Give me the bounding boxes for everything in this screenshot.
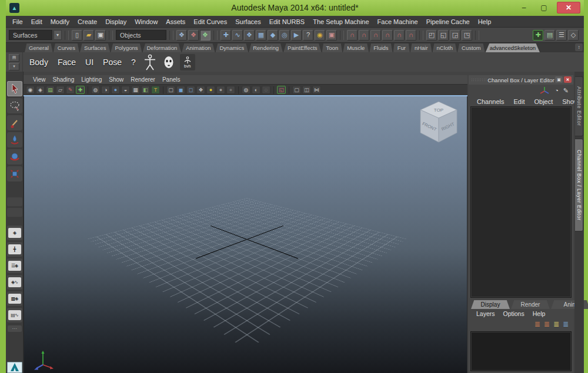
mask-deformations-icon[interactable]: ▦	[256, 30, 266, 41]
xray-mode-icon[interactable]: ◍	[242, 86, 250, 94]
shelf-tab-nhair[interactable]: nHair	[410, 43, 432, 52]
panel-menu-view[interactable]: View	[29, 76, 49, 83]
output-connections-icon[interactable]: ◱	[438, 30, 449, 41]
perspective-viewport[interactable]: TOP FRONT RIGHT	[24, 96, 467, 373]
mask-curves-icon[interactable]: ∿	[232, 30, 243, 41]
bookmark-icon[interactable]: ▤	[46, 86, 55, 94]
textured-mode-icon[interactable]: ●	[111, 86, 120, 94]
tool-settings-toggle-icon[interactable]: ☰	[556, 30, 567, 41]
menu-setup-machine[interactable]: The Setup Machine	[309, 18, 373, 25]
channel-box-toggle-icon[interactable]: ◇	[568, 30, 579, 41]
shelf-tab-custom[interactable]: Custom	[457, 43, 485, 52]
layout-more-button[interactable]: ⋯	[8, 325, 22, 332]
scale-tool[interactable]	[7, 166, 22, 182]
menu-create[interactable]: Create	[74, 18, 101, 25]
shelf-tab-deformation[interactable]: Deformation	[143, 43, 182, 52]
camera-select-icon[interactable]: ◉	[26, 86, 35, 94]
save-scene-icon[interactable]: ▣	[95, 30, 106, 41]
channel-box-list[interactable]	[470, 106, 572, 298]
subdivision-cube-icon[interactable]: ▢	[292, 86, 301, 94]
shelf-tab-curves[interactable]: Curves	[54, 43, 79, 52]
image-plane-icon[interactable]: ▱	[56, 86, 65, 94]
rotate-tool[interactable]	[7, 149, 22, 164]
motion-blur-icon[interactable]: ●	[226, 86, 235, 94]
statusline-separator[interactable]	[65, 31, 69, 40]
close-panel-icon[interactable]: ✕	[564, 76, 572, 83]
layout-hypershade-persp-button[interactable]: ▩◈	[7, 291, 22, 306]
make-live-icon[interactable]: ∩	[406, 30, 416, 41]
shelf-tab-animation[interactable]: Animation	[182, 43, 215, 52]
snap-point-icon[interactable]: ∩	[370, 30, 381, 41]
menu-edit-curves[interactable]: Edit Curves	[189, 18, 231, 25]
close-button[interactable]: ✕	[557, 2, 580, 14]
layout-single-persp-button[interactable]: ◈	[7, 226, 22, 240]
face-mask-icon[interactable]	[161, 54, 176, 70]
select-hierarchy-icon[interactable]: ❖	[176, 30, 187, 41]
shelf-button-pose[interactable]: Pose	[100, 58, 125, 67]
tpose-figure-icon[interactable]	[142, 54, 158, 70]
select-tool[interactable]	[7, 81, 22, 96]
shelf-tab-advancedskeleton[interactable]: advancedSkeleton	[486, 43, 540, 52]
menu-help[interactable]: Help	[474, 18, 496, 25]
new-empty-layer-icon[interactable]: ≣	[553, 320, 559, 328]
symmetry-icon[interactable]: ⋈	[312, 86, 321, 94]
layers-menu[interactable]: Layers	[472, 310, 499, 317]
menu-window[interactable]: Window	[131, 18, 162, 25]
layout-persp-curve-button[interactable]: ▤∿	[7, 308, 22, 322]
panel-menu-show[interactable]: Show	[105, 76, 127, 83]
manipulator-axes-icon[interactable]	[539, 86, 550, 95]
menu-file[interactable]: File	[8, 18, 27, 25]
statusline-separator[interactable]	[213, 31, 218, 40]
channels-menu[interactable]: Channels	[473, 98, 507, 105]
mask-misc-icon[interactable]: ▶	[291, 30, 302, 41]
layer-list[interactable]	[470, 331, 572, 371]
menuset-dropdown[interactable]: Surfaces	[9, 30, 52, 40]
statusline-separator[interactable]	[109, 31, 113, 40]
smooth-shade-icon[interactable]: ◑	[101, 86, 110, 94]
shelf-tab-ncloth[interactable]: nCloth	[433, 43, 457, 52]
uv-texture-editor-icon[interactable]: T	[151, 86, 160, 94]
menu-surfaces[interactable]: Surfaces	[231, 18, 265, 25]
move-layer-down-icon[interactable]: ≣	[544, 320, 550, 328]
no-lights-icon[interactable]: ▢	[166, 86, 175, 94]
layout-persp-graph-button[interactable]: ◈∿	[7, 275, 22, 290]
shelf-tab-fur[interactable]: Fur	[393, 43, 410, 52]
construction-history-icon[interactable]: ◳	[462, 30, 472, 41]
default-material-icon[interactable]: ◒	[121, 86, 130, 94]
help-menu[interactable]: Help	[529, 310, 550, 317]
layout-four-view-button[interactable]: ╋	[7, 242, 22, 257]
menu-edit[interactable]: Edit	[27, 18, 46, 25]
title-bar[interactable]: ▲ Autodesk Maya 2014 x64: untitled* – ▢ …	[6, 0, 584, 16]
shelf-tab-polygons[interactable]: Polygons	[111, 43, 142, 52]
menu-display[interactable]: Display	[101, 18, 131, 25]
channel-box-header[interactable]: Channel Box / Layer Editor ▣ ✕	[469, 75, 573, 85]
shelf-tab-surfaces[interactable]: Surfaces	[80, 43, 111, 52]
maximize-button[interactable]: ▢	[538, 4, 550, 12]
view-cube[interactable]: TOP FRONT RIGHT	[419, 100, 459, 147]
shelf-button-ui[interactable]: UI	[82, 58, 96, 67]
menu-face-machine[interactable]: Face Machine	[373, 18, 422, 25]
edit-menu[interactable]: Edit	[510, 98, 528, 105]
panel-menu-lighting[interactable]: Lighting	[78, 76, 105, 83]
menu-modify[interactable]: Modify	[46, 18, 74, 25]
xray-active-icon[interactable]: ◐	[252, 86, 260, 94]
highlight-selection-icon[interactable]: ▣	[326, 30, 337, 41]
snap-view-plane-icon[interactable]: ∩	[394, 30, 405, 41]
checker-map-icon[interactable]: ▦	[131, 86, 140, 94]
mask-dynamics-icon[interactable]: ◆	[268, 30, 278, 41]
input-connections-icon[interactable]: ◰	[426, 30, 437, 41]
shelf-tab-general[interactable]: General	[25, 43, 53, 52]
shadows-icon[interactable]: ❖	[196, 86, 205, 94]
shelf-menu-icon[interactable]: ▾	[9, 63, 19, 70]
flat-lighting-icon[interactable]: ◻	[186, 86, 195, 94]
wireframe-mode-icon[interactable]: ◍	[91, 86, 100, 94]
side-tab-channel-box[interactable]: Channel Box / Layer Editor	[575, 139, 583, 231]
snap-grid-icon[interactable]: ∩	[347, 30, 358, 41]
statusline-separator[interactable]	[475, 31, 479, 40]
shelf-tab-fluids[interactable]: Fluids	[369, 43, 392, 52]
paint-select-tool[interactable]	[7, 115, 22, 130]
shelf-tab-toon[interactable]: Toon	[322, 43, 343, 52]
new-layer-from-selected-icon[interactable]: ≣	[563, 320, 569, 328]
pan-zoom-2d-icon[interactable]: ✎	[66, 86, 75, 94]
vertex-color-icon[interactable]: ◧	[141, 86, 150, 94]
